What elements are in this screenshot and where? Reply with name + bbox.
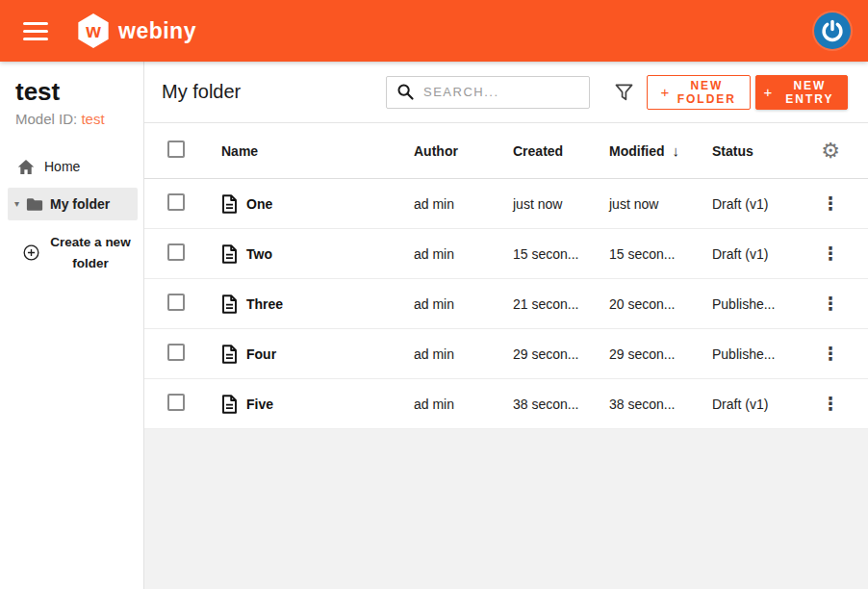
column-header-created[interactable]: Created: [513, 143, 609, 159]
sort-descending-icon: ↓: [673, 142, 680, 159]
row-checkbox[interactable]: [167, 294, 185, 311]
model-id: Model ID: test: [15, 111, 143, 127]
entry-name: Three: [246, 296, 283, 312]
chevron-down-icon[interactable]: ▾: [14, 199, 19, 209]
document-icon: [221, 244, 238, 264]
home-icon: [17, 159, 35, 175]
empty-area: [144, 429, 868, 589]
cell-modified: 29 secon...: [609, 346, 712, 362]
user-avatar[interactable]: [814, 13, 851, 49]
cell-created: 21 secon...: [513, 296, 609, 312]
table-body: One ad min just now just now Draft (v1) …: [144, 179, 868, 429]
entry-name: Four: [246, 346, 276, 362]
row-checkbox[interactable]: [167, 243, 185, 261]
search-input[interactable]: [423, 85, 579, 99]
document-icon: [221, 345, 238, 364]
search-icon: [396, 83, 415, 101]
table-row[interactable]: One ad min just now just now Draft (v1) …: [144, 179, 868, 229]
entry-name: Five: [246, 397, 273, 412]
content-header: My folder + NEW FOLDE: [144, 62, 868, 123]
kebab-menu-icon[interactable]: ⋮: [822, 244, 840, 263]
kebab-menu-icon[interactable]: ⋮: [822, 294, 840, 313]
sidebar-item-create-folder[interactable]: Create a new folder: [0, 232, 143, 273]
cell-modified: 20 secon...: [609, 296, 712, 312]
search-box[interactable]: [386, 76, 590, 109]
kebab-menu-icon[interactable]: ⋮: [822, 194, 840, 213]
cell-author: ad min: [414, 246, 513, 262]
page-title: My folder: [162, 81, 241, 103]
column-header-modified[interactable]: Modified ↓: [609, 142, 712, 159]
sidebar-item-label: Create a new folder: [48, 232, 133, 273]
sidebar-item-label: Home: [44, 159, 80, 174]
filter-button[interactable]: [615, 84, 633, 101]
circle-plus-icon: [23, 244, 39, 261]
sidebar-item-home[interactable]: Home: [0, 152, 143, 181]
table-row[interactable]: Three ad min 21 secon... 20 secon... Pub…: [144, 279, 868, 329]
kebab-menu-icon[interactable]: ⋮: [822, 395, 840, 413]
row-checkbox[interactable]: [167, 344, 185, 361]
hamburger-menu-icon[interactable]: [23, 22, 48, 40]
document-icon: [221, 194, 238, 214]
entries-table: Name Author Created Modified ↓ Status ⚙: [144, 123, 868, 429]
kebab-menu-icon[interactable]: ⋮: [822, 345, 840, 363]
cell-status: Publishe...: [712, 296, 808, 312]
webiny-hexagon-icon: w: [77, 13, 110, 48]
new-folder-button[interactable]: + NEW FOLDER: [647, 75, 751, 110]
column-header-author[interactable]: Author: [414, 143, 513, 159]
column-header-name[interactable]: Name: [210, 143, 414, 159]
cell-modified: 38 secon...: [609, 397, 712, 412]
cell-status: Draft (v1): [712, 397, 808, 412]
cell-created: 29 secon...: [513, 346, 609, 362]
model-id-value: test: [81, 111, 104, 127]
sidebar-item-my-folder[interactable]: ▾ My folder: [8, 188, 138, 220]
table-header-row: Name Author Created Modified ↓ Status ⚙: [144, 123, 868, 179]
plus-icon: +: [661, 86, 670, 99]
table-row[interactable]: Four ad min 29 secon... 29 secon... Publ…: [144, 329, 868, 379]
sidebar: test Model ID: test Home ▾ M: [0, 62, 144, 589]
power-icon: [820, 18, 845, 43]
row-checkbox[interactable]: [167, 193, 185, 211]
cell-created: 38 secon...: [513, 397, 609, 412]
folder-icon: [26, 197, 43, 212]
webiny-logo[interactable]: w webiny: [77, 13, 196, 48]
cell-author: ad min: [414, 196, 513, 212]
webiny-wordmark: webiny: [118, 18, 196, 44]
new-entry-button[interactable]: + NEW ENTRY: [755, 75, 848, 110]
column-header-status[interactable]: Status: [712, 143, 808, 159]
document-icon: [221, 294, 238, 314]
table-settings-gear-icon[interactable]: ⚙: [821, 141, 840, 162]
filter-funnel-icon: [615, 84, 633, 101]
cell-author: ad min: [414, 296, 513, 312]
button-label: NEW FOLDER: [677, 79, 736, 106]
app-bar: w webiny: [0, 0, 868, 62]
row-checkbox[interactable]: [167, 394, 185, 411]
cell-status: Publishe...: [712, 346, 808, 362]
cell-modified: 15 secon...: [609, 246, 712, 262]
cell-author: ad min: [414, 397, 513, 412]
table-row[interactable]: Two ad min 15 secon... 15 secon... Draft…: [144, 229, 868, 279]
document-icon: [221, 395, 238, 414]
sidebar-item-label: My folder: [50, 196, 110, 212]
folder-tree: Home ▾ My folder Create a new: [0, 152, 143, 273]
table-row[interactable]: Five ad min 38 secon... 38 secon... Draf…: [144, 379, 868, 429]
cell-created: 15 secon...: [513, 246, 609, 262]
entry-name: One: [246, 196, 272, 212]
cell-status: Draft (v1): [712, 196, 808, 212]
cell-status: Draft (v1): [712, 246, 808, 262]
plus-icon: +: [764, 86, 773, 99]
cell-author: ad min: [414, 346, 513, 362]
model-title: test: [15, 77, 143, 107]
entry-name: Two: [246, 246, 272, 262]
main-content: My folder + NEW FOLDE: [144, 62, 868, 589]
cell-modified: just now: [609, 196, 712, 212]
button-label: NEW ENTRY: [779, 79, 839, 106]
select-all-checkbox[interactable]: [167, 141, 185, 158]
cell-created: just now: [513, 196, 609, 212]
